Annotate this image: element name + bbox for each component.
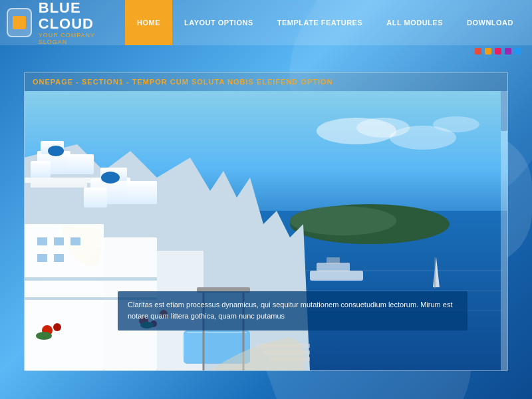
svg-point-17 [48,146,64,156]
hero-image: Claritas est etiam processus dynamicus, … [25,91,507,370]
dot-red[interactable] [475,48,481,55]
scrollbar-thumb[interactable] [501,91,507,131]
header: BLUE CLOUD YOUR COMPANY SLOGAN HOME LAYO… [0,0,532,45]
dot-orange[interactable] [485,48,491,55]
svg-point-5 [433,116,479,132]
svg-rect-19 [31,183,87,188]
svg-rect-32 [54,254,64,262]
svg-rect-48 [327,257,340,264]
svg-rect-28 [37,237,47,245]
svg-rect-29 [54,237,64,245]
section-title: ONEPAGE - SECTION1 - TEMPOR CUM SOLUTA N… [25,72,507,91]
svg-rect-16 [67,154,94,174]
logo-title: BLUE CLOUD [39,0,125,32]
main-content: ONEPAGE - SECTION1 - TEMPOR CUM SOLUTA N… [24,72,508,371]
main-nav: HOME LAYOUT OPTIONS TEMPLATE FEATURES AL… [125,0,525,45]
nav-item-template[interactable]: TEMPLATE FEATURES [265,0,374,45]
hero-caption: Claritas est etiam processus dynamicus, … [118,291,467,331]
dot-purple[interactable] [505,48,511,55]
logo-icon [7,8,32,37]
svg-rect-22 [84,188,107,207]
logo-area: BLUE CLOUD YOUR COMPANY SLOGAN [7,0,125,45]
logo-text-area: BLUE CLOUD YOUR COMPANY SLOGAN [39,0,125,45]
svg-rect-46 [310,271,363,281]
color-dots [475,48,521,55]
svg-rect-30 [70,237,80,245]
svg-point-36 [53,323,61,331]
scrollbar-track[interactable] [501,91,507,370]
dot-blue[interactable] [515,48,521,55]
svg-rect-31 [37,254,47,262]
logo-icon-inner [13,16,26,29]
svg-point-40 [36,332,52,340]
svg-rect-23 [127,181,157,204]
svg-rect-18 [25,178,90,183]
svg-rect-43 [187,332,247,333]
nav-item-layout[interactable]: LAYOUT OPTIONS [172,0,265,45]
svg-rect-15 [31,161,51,178]
nav-item-modules[interactable]: ALL MODULES [374,0,455,45]
nav-item-download[interactable]: DOWNLOAD [455,0,525,45]
logo-slogan: YOUR COMPANY SLOGAN [39,32,125,45]
svg-point-11 [290,206,396,235]
svg-rect-33 [25,277,157,281]
nav-item-home[interactable]: HOME [125,0,172,45]
dot-pink[interactable] [495,48,501,55]
svg-point-24 [101,172,120,184]
